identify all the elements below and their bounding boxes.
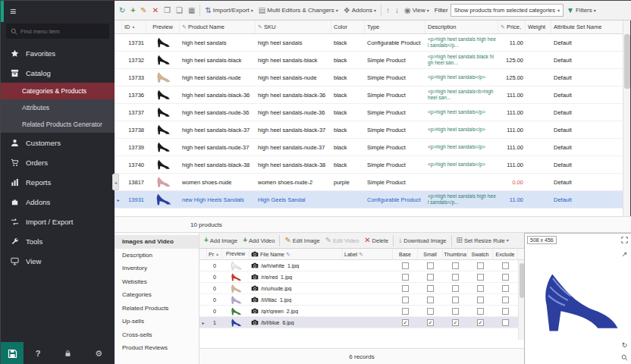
thumb-checkbox[interactable] bbox=[452, 285, 459, 292]
exclude-checkbox[interactable] bbox=[502, 262, 509, 269]
swatch-checkbox[interactable]: ✓ bbox=[477, 319, 484, 326]
grid-scrollbar[interactable] bbox=[623, 20, 630, 216]
table-row[interactable]: 13737high heel sandals-nude-36high heel … bbox=[115, 104, 624, 121]
table-row[interactable]: 13738high heel sandals-black-37high heel… bbox=[115, 121, 624, 139]
fullscreen-icon[interactable] bbox=[621, 237, 628, 243]
base-checkbox[interactable] bbox=[402, 274, 409, 281]
sidebar-item-orders[interactable]: Orders bbox=[1, 152, 115, 172]
add-video-button[interactable]: +Add Video bbox=[240, 235, 277, 246]
sidebar-item-tools[interactable]: Tools bbox=[1, 231, 115, 251]
zoom-icon[interactable] bbox=[621, 354, 628, 361]
column-header-weight[interactable]: Weight bbox=[526, 20, 551, 33]
sidebar-item-catalog[interactable]: Catalog bbox=[1, 63, 115, 83]
media-row[interactable]: ▸1/b/l/blue_6.jpg✓✓✓✓ bbox=[199, 317, 524, 328]
sort-ascending-button[interactable]: ↑ bbox=[384, 5, 392, 16]
sidebar-item-attributes[interactable]: Attributes bbox=[1, 99, 115, 116]
exclude-checkbox[interactable] bbox=[502, 274, 509, 281]
swatch-checkbox[interactable] bbox=[477, 297, 484, 303]
column-header-price[interactable]: ✎Price, bbox=[498, 20, 526, 33]
column-header-attribute-set-name[interactable]: Attribute Set Name bbox=[551, 20, 624, 33]
media-column-header-selector[interactable] bbox=[199, 249, 207, 259]
sidebar-item-customers[interactable]: Customers bbox=[1, 133, 115, 152]
columns-button[interactable]: ▦ bbox=[186, 5, 197, 16]
table-row[interactable]: 13733high heel sandals-nudehigh heel san… bbox=[115, 69, 624, 86]
tab-up-sells[interactable]: Up-sells bbox=[115, 315, 199, 328]
filters-button[interactable]: ▼ Filters ▾ bbox=[564, 5, 598, 16]
column-header-selector[interactable] bbox=[115, 20, 122, 33]
media-grid-scrollbar[interactable] bbox=[518, 260, 524, 340]
download-image-button[interactable]: ↓Download Image bbox=[396, 235, 448, 246]
column-header-color[interactable]: Color bbox=[331, 20, 365, 33]
panel-collapse-handle[interactable]: ◂ bbox=[112, 174, 119, 190]
media-row[interactable]: 0/n/u/nude.jpg bbox=[199, 283, 524, 294]
multi-editors-button[interactable]: ▤ Multi Editors & Changers ▾ bbox=[256, 5, 341, 16]
small-checkbox[interactable]: ✓ bbox=[427, 319, 434, 326]
base-checkbox[interactable] bbox=[402, 285, 409, 292]
filter-select[interactable]: Show products from selected categories ▾ bbox=[450, 4, 564, 17]
sort-descending-button[interactable]: ↓ bbox=[393, 5, 401, 16]
add-product-button[interactable]: + bbox=[128, 5, 137, 16]
table-row[interactable]: 13817women shoes-nudewomen shoes-nude-2p… bbox=[115, 174, 624, 191]
swatch-checkbox[interactable] bbox=[477, 262, 484, 269]
thumb-checkbox[interactable] bbox=[452, 308, 459, 315]
edit-video-button[interactable]: ✎Edit Video bbox=[323, 235, 361, 246]
sidebar-item-reports[interactable]: Reports bbox=[1, 172, 115, 192]
base-checkbox[interactable] bbox=[402, 262, 409, 269]
thumb-checkbox[interactable] bbox=[452, 297, 459, 303]
delete-media-button[interactable]: ✕Delete bbox=[362, 235, 391, 246]
sidebar-item-categories-products[interactable]: Categories & Products bbox=[1, 83, 115, 99]
tab-inventory[interactable]: Inventory bbox=[115, 262, 199, 275]
lock-button[interactable] bbox=[64, 350, 71, 357]
table-row[interactable]: ▸13931new High Heels SandalsHigh Geels S… bbox=[115, 191, 624, 209]
add-image-button[interactable]: +Add Image bbox=[202, 235, 240, 246]
table-row[interactable]: 13740high heel sandals-black-38high heel… bbox=[115, 156, 624, 174]
column-header-sku[interactable]: ✎SKU bbox=[256, 20, 331, 33]
swatch-checkbox[interactable] bbox=[477, 308, 484, 315]
view-button[interactable]: ◉ View ▾ bbox=[402, 5, 432, 16]
table-row[interactable]: 13731high heel sandalshigh heel sandalsb… bbox=[115, 34, 624, 52]
small-checkbox[interactable] bbox=[427, 262, 434, 269]
media-column-header-exclude[interactable]: Exclude bbox=[493, 249, 518, 259]
small-checkbox[interactable] bbox=[427, 285, 434, 292]
media-column-header-pr[interactable]: Pr▲ bbox=[207, 249, 222, 259]
thumb-checkbox[interactable] bbox=[452, 262, 459, 269]
exclude-checkbox[interactable] bbox=[502, 308, 509, 315]
media-row[interactable]: 0/r/e/red_1.jpg bbox=[199, 271, 524, 283]
table-row[interactable]: 13736high heel sandals-black-36high heel… bbox=[115, 86, 624, 104]
sidebar-item-view[interactable]: View bbox=[1, 251, 115, 271]
edit-product-button[interactable]: ✎ bbox=[138, 5, 149, 16]
sidebar-item-related-products-generator[interactable]: Related Products Generator bbox=[1, 116, 115, 133]
hamburger-menu-icon[interactable]: ≡ bbox=[10, 6, 16, 17]
base-checkbox[interactable] bbox=[402, 297, 409, 303]
media-column-header-preview[interactable]: Preview bbox=[222, 249, 250, 259]
tab-cross-sells[interactable]: Cross-sells bbox=[115, 328, 199, 342]
media-column-header-thumbna[interactable]: Thumbna bbox=[443, 249, 468, 259]
sidebar-search[interactable] bbox=[6, 24, 109, 39]
exclude-checkbox[interactable] bbox=[502, 297, 509, 303]
exclude-checkbox[interactable] bbox=[502, 285, 509, 292]
paste-button[interactable]: ❏ bbox=[174, 5, 185, 16]
base-checkbox[interactable] bbox=[402, 308, 409, 315]
small-checkbox[interactable] bbox=[427, 274, 434, 281]
media-column-header-small[interactable]: Small bbox=[418, 249, 443, 259]
table-row[interactable]: 13739high heel sandals-nude-37high heel … bbox=[115, 139, 624, 156]
open-external-icon[interactable]: ↗ bbox=[622, 251, 628, 258]
thumb-checkbox[interactable] bbox=[452, 274, 459, 281]
exclude-checkbox[interactable] bbox=[502, 319, 509, 326]
media-column-header-swatch[interactable]: Swatch bbox=[468, 249, 493, 259]
small-checkbox[interactable] bbox=[427, 297, 434, 303]
tab-related-products[interactable]: Related Products bbox=[115, 302, 199, 315]
media-row[interactable]: 0/l/i/lilac_1.jpg bbox=[199, 294, 524, 306]
sidebar-item-favorites[interactable]: Favorites bbox=[1, 43, 115, 63]
delete-product-button[interactable]: ✕ bbox=[150, 5, 161, 16]
save-button[interactable] bbox=[1, 342, 24, 364]
column-header-type[interactable]: Type bbox=[365, 20, 425, 33]
media-row[interactable]: 0/g/r/green_2.jpg bbox=[199, 306, 524, 317]
sidebar-item-import-export[interactable]: Import / Export bbox=[1, 212, 115, 231]
table-row[interactable]: 13732high heel sandals-blackhigh heel sa… bbox=[115, 52, 624, 69]
tab-product-reviews[interactable]: Product Reviews bbox=[115, 341, 199, 355]
swatch-checkbox[interactable] bbox=[477, 285, 484, 292]
tab-description[interactable]: Description bbox=[115, 249, 199, 262]
tab-categories[interactable]: Categories bbox=[115, 288, 199, 302]
column-header-description[interactable]: Description bbox=[425, 20, 498, 33]
